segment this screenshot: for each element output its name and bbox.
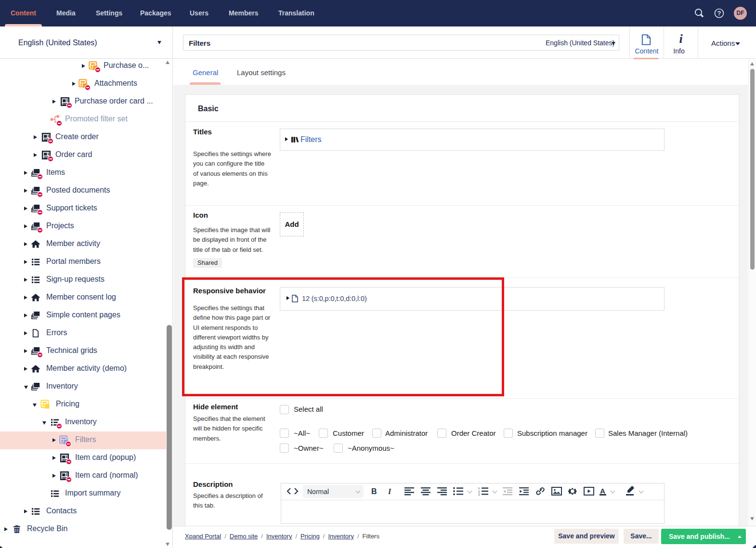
svg-text:?: ? [717,10,721,17]
svg-text:1: 1 [478,487,480,490]
svg-text:3: 3 [478,493,480,496]
svg-text:2: 2 [478,490,480,493]
